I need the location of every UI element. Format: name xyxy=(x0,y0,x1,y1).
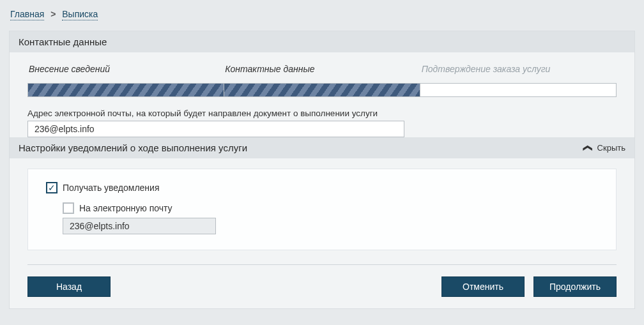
toggle-label: Скрыть xyxy=(597,143,625,153)
notification-section-title: Настройки уведомлений о ходе выполнения … xyxy=(19,142,247,153)
email-input[interactable] xyxy=(27,121,404,137)
receive-notifications-label: Получать уведомления xyxy=(63,183,160,193)
breadcrumb: Главная > Выписка xyxy=(9,6,635,24)
step-1-label: Внесение сведений xyxy=(27,61,224,79)
notification-section-body: ✓ Получать уведомления На электронную по… xyxy=(27,169,617,250)
progress-seg-3 xyxy=(420,84,616,96)
card-title: Контактные данные xyxy=(10,31,634,52)
wizard-progress xyxy=(27,83,617,97)
cancel-button[interactable]: Отменить xyxy=(441,276,525,297)
back-button[interactable]: Назад xyxy=(27,276,111,297)
email-field-label: Адрес электронной почты, на который буде… xyxy=(27,109,617,118)
progress-seg-2 xyxy=(224,84,420,96)
notification-section-header: Настройки уведомлений о ходе выполнения … xyxy=(10,137,634,158)
divider xyxy=(27,264,617,265)
breadcrumb-current-link[interactable]: Выписка xyxy=(62,9,98,20)
section-toggle[interactable]: ❮ Скрыть xyxy=(585,143,625,153)
breadcrumb-separator-icon: > xyxy=(50,9,56,19)
contact-card: Контактные данные Внесение сведений Конт… xyxy=(9,31,635,309)
action-bar: Назад Отменить Продолжить xyxy=(27,276,617,297)
to-email-checkbox[interactable] xyxy=(63,202,74,214)
step-3-label: Подтверждение заказа услуги xyxy=(420,61,617,79)
continue-button[interactable]: Продолжить xyxy=(533,276,617,297)
breadcrumb-home-link[interactable]: Главная xyxy=(10,9,44,20)
notify-email-input[interactable] xyxy=(63,218,216,234)
to-email-label: На электронную почту xyxy=(79,203,172,213)
chevron-up-icon: ❮ xyxy=(583,144,594,152)
step-2-label: Контактные данные xyxy=(224,61,420,79)
receive-notifications-checkbox[interactable]: ✓ xyxy=(46,182,57,193)
progress-seg-1 xyxy=(28,84,224,96)
wizard-steps: Внесение сведений Контактные данные Подт… xyxy=(27,61,617,79)
